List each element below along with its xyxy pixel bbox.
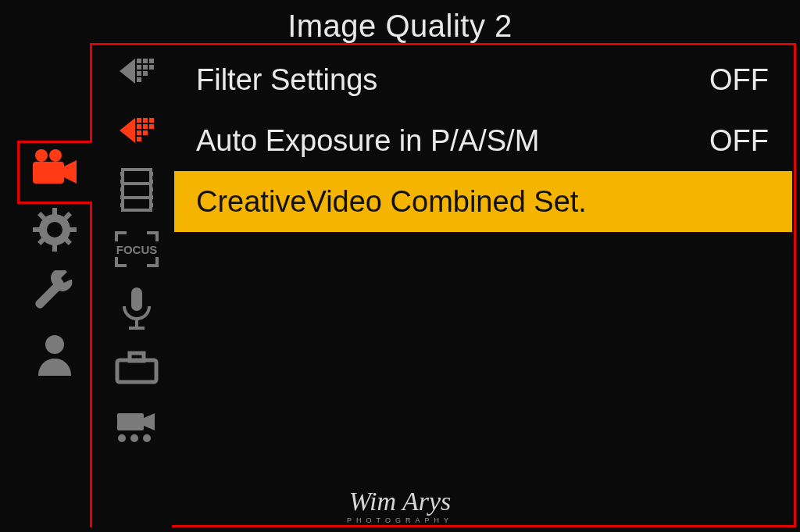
svg-rect-15 bbox=[143, 59, 148, 63]
svg-rect-4 bbox=[52, 208, 57, 216]
setting-row-creative-video[interactable]: CreativeVideo Combined Set. bbox=[174, 171, 792, 232]
svg-text:FOCUS: FOCUS bbox=[116, 243, 158, 256]
svg-rect-31 bbox=[143, 130, 148, 135]
svg-rect-26 bbox=[149, 118, 154, 123]
svg-rect-20 bbox=[137, 71, 141, 76]
tab-microphone[interactable] bbox=[112, 284, 162, 333]
setting-label: Auto Exposure in P/A/S/M bbox=[196, 124, 709, 158]
svg-marker-23 bbox=[120, 118, 135, 143]
svg-rect-16 bbox=[149, 59, 154, 63]
frame-segment bbox=[90, 202, 92, 527]
svg-rect-48 bbox=[117, 360, 156, 382]
video-settings-icon bbox=[114, 410, 159, 445]
microphone-icon bbox=[121, 286, 152, 331]
svg-marker-3 bbox=[64, 160, 77, 184]
svg-rect-21 bbox=[143, 71, 148, 76]
tab-gear[interactable] bbox=[27, 205, 82, 254]
person-icon bbox=[35, 334, 74, 376]
svg-rect-18 bbox=[143, 65, 148, 70]
tab-image-quality-2[interactable] bbox=[112, 106, 162, 155]
svg-rect-30 bbox=[137, 130, 141, 135]
svg-rect-44 bbox=[149, 195, 153, 199]
image-quality-dots-active-icon bbox=[115, 113, 159, 148]
svg-rect-19 bbox=[149, 65, 154, 70]
svg-rect-41 bbox=[149, 172, 153, 176]
focus-bracket-icon: FOCUS bbox=[114, 230, 159, 268]
setting-value: OFF bbox=[709, 124, 769, 158]
watermark: Wim Arys PHOTOGRAPHY bbox=[347, 488, 453, 524]
svg-rect-28 bbox=[143, 124, 148, 129]
frame-segment bbox=[90, 43, 174, 45]
svg-point-0 bbox=[35, 149, 48, 162]
svg-point-1 bbox=[49, 149, 62, 162]
watermark-signature: Wim Arys bbox=[347, 488, 453, 515]
page-title: Image Quality 2 bbox=[0, 9, 800, 44]
svg-rect-39 bbox=[120, 195, 124, 199]
svg-rect-38 bbox=[120, 187, 124, 191]
settings-list: Filter Settings OFF Auto Exposure in P/A… bbox=[174, 49, 792, 232]
svg-rect-17 bbox=[137, 65, 141, 70]
svg-rect-47 bbox=[131, 287, 142, 311]
svg-rect-45 bbox=[149, 203, 153, 207]
gear-icon bbox=[33, 208, 77, 252]
svg-point-52 bbox=[118, 434, 126, 442]
frame-segment bbox=[90, 43, 92, 141]
svg-point-54 bbox=[143, 434, 151, 442]
svg-rect-29 bbox=[149, 124, 154, 129]
svg-rect-14 bbox=[137, 59, 141, 63]
svg-rect-7 bbox=[69, 227, 77, 232]
tab-image-quality-1[interactable] bbox=[112, 47, 162, 95]
svg-rect-37 bbox=[120, 180, 124, 184]
setting-row-auto-exposure[interactable]: Auto Exposure in P/A/S/M OFF bbox=[174, 110, 792, 171]
tab-filmstrip[interactable] bbox=[112, 166, 162, 214]
svg-rect-27 bbox=[137, 124, 141, 129]
svg-point-12 bbox=[45, 335, 64, 354]
svg-rect-32 bbox=[137, 137, 141, 141]
frame-segment bbox=[17, 141, 20, 203]
svg-rect-40 bbox=[120, 203, 124, 207]
tab-camera-body[interactable] bbox=[112, 344, 162, 392]
svg-rect-42 bbox=[149, 180, 153, 184]
filmstrip-icon bbox=[120, 167, 153, 212]
svg-rect-2 bbox=[33, 162, 64, 184]
svg-point-53 bbox=[130, 434, 138, 442]
video-camera-icon bbox=[30, 148, 80, 187]
setting-label: CreativeVideo Combined Set. bbox=[196, 185, 769, 219]
camera-body-icon bbox=[114, 351, 159, 385]
image-quality-dots-icon bbox=[115, 54, 159, 88]
svg-rect-6 bbox=[33, 227, 41, 232]
setting-value: OFF bbox=[709, 63, 769, 97]
svg-rect-36 bbox=[120, 172, 124, 176]
watermark-subtitle: PHOTOGRAPHY bbox=[347, 516, 453, 524]
svg-rect-5 bbox=[52, 244, 57, 252]
primary-tab-bar bbox=[23, 143, 86, 379]
svg-rect-50 bbox=[117, 413, 144, 430]
tab-wrench[interactable] bbox=[27, 268, 82, 316]
secondary-tab-bar: FOCUS bbox=[109, 47, 164, 452]
svg-rect-43 bbox=[149, 187, 153, 191]
svg-rect-24 bbox=[137, 118, 141, 123]
tab-video-settings[interactable] bbox=[112, 403, 162, 452]
svg-rect-25 bbox=[143, 118, 148, 123]
svg-marker-51 bbox=[144, 413, 155, 430]
setting-label: Filter Settings bbox=[196, 63, 709, 97]
tab-person[interactable] bbox=[27, 330, 82, 379]
setting-row-filter-settings[interactable]: Filter Settings OFF bbox=[174, 49, 792, 110]
tab-video[interactable] bbox=[27, 143, 82, 191]
svg-marker-13 bbox=[120, 59, 135, 84]
svg-rect-49 bbox=[130, 353, 144, 361]
wrench-icon bbox=[33, 270, 77, 314]
tab-focus-bracket[interactable]: FOCUS bbox=[112, 225, 162, 273]
svg-rect-33 bbox=[123, 170, 151, 210]
svg-rect-22 bbox=[137, 77, 141, 82]
